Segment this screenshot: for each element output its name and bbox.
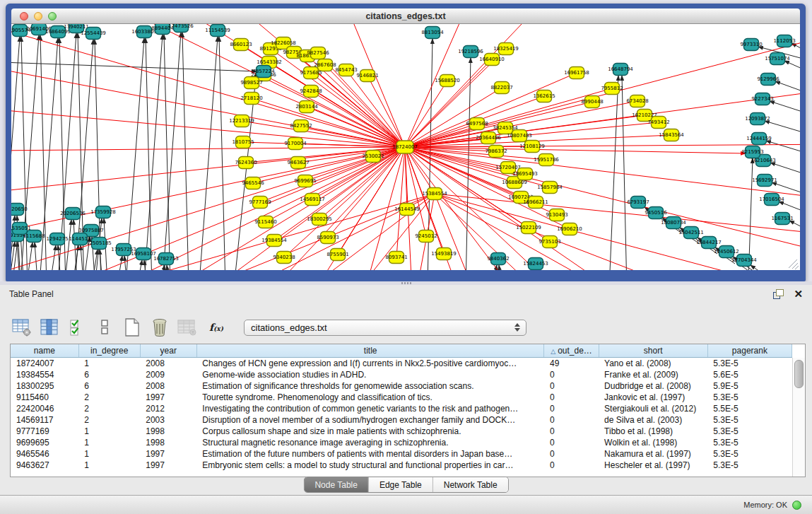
graph-node[interactable]: 17704344 (731, 255, 757, 267)
tab-edge-table[interactable]: Edge Table (368, 477, 433, 492)
tab-node-table[interactable]: Node Table (304, 477, 368, 492)
graph-node[interactable]: 6793197 (627, 197, 649, 209)
graph-node[interactable]: 15493819 (431, 248, 457, 260)
graph-node[interactable]: 9245012 (415, 230, 437, 243)
create-column-icon[interactable] (122, 317, 143, 338)
graph-node[interactable]: 14569117 (300, 194, 325, 206)
graph-node[interactable]: 9777169 (249, 197, 271, 209)
network-window[interactable]: citations_edges.txt 18724007153845548660… (6, 4, 806, 281)
graph-node[interactable]: 12213319 (229, 115, 254, 127)
graph-node[interactable]: 9129966 (757, 74, 779, 86)
graph-node[interactable]: 12444159 (746, 133, 772, 145)
graph-node[interactable]: 12450612 (714, 246, 739, 258)
graph-node[interactable]: 16640910 (479, 54, 505, 66)
graph-node[interactable]: 16648794 (608, 64, 633, 76)
graph-node[interactable]: 2718120 (240, 93, 262, 105)
graph-node[interactable]: 16961758 (564, 67, 589, 79)
svg-text:9898527: 9898527 (240, 80, 262, 86)
graph-node[interactable]: 8822037 (490, 82, 512, 94)
graph-node[interactable]: 18080734 (661, 217, 686, 229)
column-header-short[interactable]: short (599, 344, 707, 358)
graph-node[interactable]: 2620650 (11, 204, 28, 216)
graph-node[interactable]: 1294275 (46, 233, 68, 245)
table-row[interactable]: 1938455462009Genome-wide association stu… (11, 369, 792, 380)
graph-node[interactable]: 18300295 (307, 214, 332, 226)
graph-node[interactable]: 15843564 (659, 129, 684, 141)
delete-columns-icon[interactable] (149, 317, 170, 338)
network-graph[interactable]: 1872400715384554866012389129551822605898… (11, 24, 800, 270)
graph-node[interactable]: 16844217 (696, 237, 722, 249)
toggle-rows-icon[interactable] (94, 317, 115, 338)
table-row[interactable]: 969969511998Structural magnetic resonanc… (11, 437, 792, 448)
column-header-title[interactable]: title (196, 344, 544, 358)
table-row[interactable]: 946362711997Embryonic stem cells: a mode… (11, 460, 792, 471)
graph-node[interactable]: 18325419 (493, 43, 519, 55)
graph-node[interactable]: 15857984 (537, 182, 563, 194)
table-row[interactable]: 911546021997Tourette syndrome. Phenomeno… (11, 392, 792, 403)
graph-node[interactable]: 8990448 (581, 96, 603, 108)
graph-node[interactable]: 9450516 (645, 207, 667, 219)
graph-node[interactable]: 8093741 (385, 252, 407, 264)
row-selection-icon[interactable] (66, 317, 88, 338)
function-builder-icon[interactable]: f(x) (204, 322, 228, 333)
graph-node[interactable]: 8813054 (421, 27, 444, 39)
graph-node[interactable]: 1810755 (232, 136, 254, 148)
column-header-pagerank[interactable]: pagerank (707, 344, 792, 358)
table-row[interactable]: 1456911722003Disruption of a novel membe… (11, 414, 792, 426)
graph-node[interactable]: 8427552 (290, 120, 312, 132)
graph-node[interactable]: 9227343 (751, 93, 773, 105)
column-header-year[interactable]: year (140, 344, 196, 358)
graph-node[interactable]: 11154539 (205, 25, 230, 37)
column-header-name[interactable]: name (11, 344, 78, 358)
table-scrollbar-thumb[interactable] (794, 360, 804, 388)
close-panel-icon[interactable]: ✕ (794, 289, 803, 299)
table-row[interactable]: 1830029562008Estimation of significance … (11, 380, 792, 392)
graph-node[interactable]: 7986372 (485, 146, 507, 158)
graph-node[interactable]: 12093872 (745, 113, 770, 125)
graph-node[interactable]: 19384554 (261, 235, 287, 247)
graph-node[interactable]: 7624360 (235, 157, 257, 169)
table-row[interactable]: 2242004622012Investigating the contribut… (11, 403, 792, 414)
graph-node[interactable]: 8755901 (326, 249, 348, 261)
graph-node[interactable]: 17359928 (90, 206, 116, 218)
graph-node[interactable]: 15824453 (523, 258, 548, 270)
graph-node[interactable]: 15042511 (678, 227, 704, 239)
graph-node[interactable]: 9973310 (740, 39, 762, 51)
graph-node[interactable]: 6734028 (626, 95, 648, 107)
graph-node[interactable]: 1362615 (533, 90, 555, 103)
show-columns-icon[interactable] (39, 317, 60, 338)
table-scrollbar[interactable] (792, 358, 805, 477)
graph-node[interactable]: 15951786 (534, 154, 559, 166)
memory-status-label: Memory: OK (743, 501, 787, 509)
graph-node[interactable]: 19218596 (458, 46, 483, 58)
tab-network-table[interactable]: Network Table (433, 477, 508, 492)
graph-node[interactable]: 15692971 (752, 175, 777, 187)
graph-node[interactable]: 20364486 (476, 132, 501, 144)
graph-node[interactable]: 7955812 (601, 83, 623, 95)
graph-node[interactable]: 8590973 (317, 232, 339, 244)
column-header-out_de[interactable]: △out_de… (544, 344, 599, 358)
divider-grip-icon[interactable] (401, 282, 411, 284)
graph-node[interactable]: 16144549 (394, 204, 420, 216)
graph-node[interactable]: 17016504 (759, 194, 784, 206)
graph-node[interactable]: 9699695 (294, 175, 316, 187)
network-window-titlebar[interactable]: citations_edges.txt (11, 8, 800, 24)
network-canvas[interactable]: 1872400715384554866012389129551822605898… (11, 24, 800, 270)
graph-node[interactable]: 15688520 (435, 75, 460, 87)
table-mode-icon[interactable] (11, 317, 33, 338)
float-panel-icon[interactable] (773, 289, 784, 299)
graph-node[interactable]: 8454743 (335, 64, 357, 76)
graph-node[interactable]: 9735103 (539, 236, 560, 248)
table-row[interactable]: 946554611997Estimation of the future num… (11, 448, 792, 460)
table-row[interactable]: 1872400712008Changes of HCN gene express… (11, 358, 792, 370)
table-row[interactable]: 977716911998Corpus callosum shape and si… (11, 426, 792, 437)
graph-node[interactable]: 9840362 (487, 253, 509, 265)
network-table-select[interactable]: citations_edges.txt (244, 320, 526, 336)
graph-node[interactable]: 9340238 (273, 252, 295, 264)
graph-node[interactable]: 1167531 (771, 213, 793, 225)
import-table-icon[interactable] (177, 317, 198, 338)
graph-node[interactable]: 9146821 (356, 70, 378, 82)
graph-node[interactable]: 15022109 (516, 222, 541, 234)
column-header-in_degree[interactable]: in_degree (78, 344, 140, 358)
graph-node[interactable]: 16782753 (153, 253, 179, 265)
